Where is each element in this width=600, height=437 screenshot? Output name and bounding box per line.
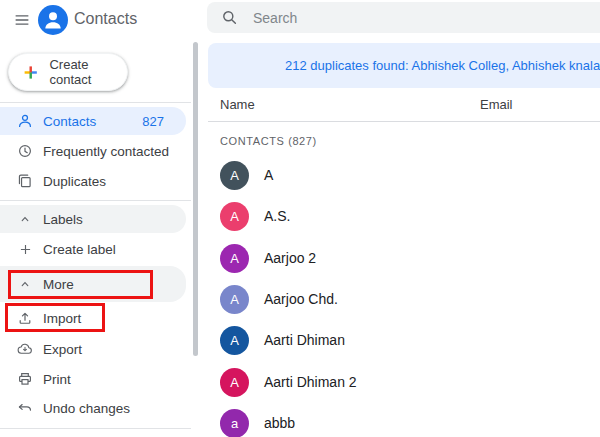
avatar: A: [220, 368, 249, 397]
person-icon: [16, 112, 34, 130]
undo-icon: [16, 399, 34, 417]
contact-row[interactable]: A Aarjoo Chd.: [208, 284, 600, 314]
annotation-box-more: [8, 270, 153, 299]
sidebar-section-labels[interactable]: Labels: [0, 205, 186, 233]
search-icon: [220, 8, 239, 27]
table-header-divider: [208, 121, 600, 122]
sidebar-divider: [0, 102, 191, 103]
sidebar-item-undo-changes[interactable]: Undo changes: [0, 394, 186, 422]
history-icon: [16, 142, 34, 160]
cloud-download-icon: [16, 340, 34, 358]
contact-name: A.S.: [264, 208, 290, 224]
sidebar-item-export[interactable]: Export: [0, 335, 186, 363]
sidebar-item-label: Print: [43, 372, 71, 387]
avatar: A: [220, 161, 249, 190]
printer-icon: [16, 370, 34, 388]
multicolor-plus-icon: [22, 63, 39, 82]
sidebar-item-label: Create label: [43, 242, 116, 257]
contact-row[interactable]: A A.S.: [208, 201, 600, 231]
avatar: A: [220, 285, 249, 314]
sidebar-section-label: Labels: [43, 212, 83, 227]
contact-name: Aarjoo Chd.: [264, 291, 338, 307]
avatar: A: [220, 244, 249, 273]
chevron-up-icon: [16, 210, 34, 228]
google-contacts-window: Contacts Create contact Contacts 827: [0, 0, 600, 437]
contact-row[interactable]: A Aarjoo 2: [208, 243, 600, 273]
contact-name: A: [264, 167, 273, 183]
copy-icon: [16, 172, 34, 190]
sidebar-item-create-label[interactable]: Create label: [0, 235, 186, 263]
sidebar-item-label: Contacts: [43, 114, 96, 129]
avatar: A: [220, 202, 249, 231]
sidebar-divider: [0, 428, 191, 429]
contact-row[interactable]: A Aarti Dhiman: [208, 325, 600, 355]
avatar: A: [220, 326, 249, 355]
menu-icon[interactable]: [10, 8, 34, 32]
sidebar-item-label: Frequently contacted: [43, 144, 169, 159]
search-bar[interactable]: [207, 2, 600, 33]
hamburger-icon: [13, 11, 31, 29]
contacts-section-label: CONTACTS (827): [220, 135, 317, 147]
sidebar-item-duplicates[interactable]: Duplicates: [0, 167, 186, 195]
contact-row[interactable]: a abbb: [208, 408, 600, 437]
sidebar-item-print[interactable]: Print: [0, 365, 186, 393]
avatar: a: [220, 409, 249, 437]
contact-name: Aarti Dhiman: [264, 332, 345, 348]
duplicates-banner[interactable]: 212 duplicates found: Abhishek Colleg, A…: [208, 43, 600, 88]
sidebar-scrollbar[interactable]: [193, 42, 198, 356]
plus-icon: [16, 240, 34, 258]
contacts-logo-icon[interactable]: [38, 5, 68, 35]
name-column-header: Name: [220, 97, 255, 112]
contact-row[interactable]: A A: [208, 160, 600, 190]
search-input[interactable]: [253, 10, 553, 26]
create-contact-button[interactable]: Create contact: [8, 53, 128, 91]
annotation-box-import: [5, 303, 105, 332]
email-column-header: Email: [480, 97, 513, 112]
contact-name: Aarti Dhiman 2: [264, 374, 357, 390]
contact-row[interactable]: A Aarti Dhiman 2: [208, 367, 600, 397]
sidebar-item-label: Undo changes: [43, 401, 130, 416]
app-title: Contacts: [74, 10, 137, 28]
sidebar-item-frequently-contacted[interactable]: Frequently contacted: [0, 137, 186, 165]
sidebar-item-contacts[interactable]: Contacts 827: [0, 107, 186, 135]
sidebar-divider: [0, 200, 191, 201]
contact-name: Aarjoo 2: [264, 250, 316, 266]
create-contact-label: Create contact: [49, 57, 127, 87]
sidebar-item-label: Duplicates: [43, 174, 106, 189]
sidebar-item-label: Export: [43, 342, 82, 357]
contact-name: abbb: [264, 415, 295, 431]
contacts-count: 827: [142, 114, 164, 129]
